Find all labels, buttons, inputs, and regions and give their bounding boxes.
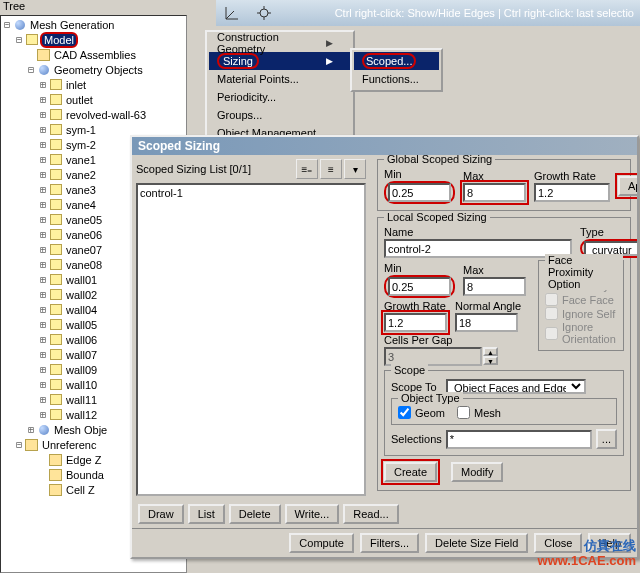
list-filter-button[interactable]: ▾ [344, 159, 366, 179]
item-icon [49, 108, 62, 121]
menu-groups[interactable]: Groups... [209, 106, 351, 124]
item-icon [49, 93, 62, 106]
item-icon [49, 138, 62, 151]
svg-point-0 [260, 9, 268, 17]
tree-model[interactable]: ⊟ Model [1, 32, 186, 47]
brand-watermark: 仿真在线 www.1CAE.com [538, 538, 636, 569]
scope-to-select[interactable]: Object Faces and Edges [446, 379, 586, 394]
ignore-orientation-checkbox [545, 327, 558, 340]
tree-item[interactable]: ⊞revolved-wall-63 [1, 107, 186, 122]
local-min-input[interactable] [388, 277, 451, 296]
tree-geom[interactable]: ⊟ Geometry Objects [1, 62, 186, 77]
dialog-bottom-buttons: Draw List Delete Write... Read... [132, 500, 637, 528]
read-button[interactable]: Read... [343, 504, 398, 524]
item-icon [49, 213, 62, 226]
tree-model-label: Model [40, 32, 78, 48]
item-icon [49, 78, 62, 91]
local-name-input[interactable] [384, 239, 572, 258]
item-icon [49, 333, 62, 346]
cpg-up-button[interactable]: ▲ [483, 347, 498, 356]
mesh-checkbox[interactable] [457, 406, 470, 419]
item-icon [49, 393, 62, 406]
submenu-arrow-icon: ▶ [326, 38, 333, 48]
toolbar-hint: Ctrl right-click: Show/Hide Edges | Ctrl… [335, 7, 640, 19]
create-button[interactable]: Create [384, 462, 437, 482]
item-icon [49, 258, 62, 271]
item-icon [49, 318, 62, 331]
tree-panel-label: Tree [0, 0, 28, 13]
global-min-input[interactable] [388, 183, 451, 202]
submenu-arrow-icon: ▶ [326, 56, 333, 66]
mesh-icon [37, 423, 50, 436]
model-icon [25, 33, 38, 46]
list-clear-button[interactable]: ≡ [320, 159, 342, 179]
item-icon [49, 228, 62, 241]
sizing-list-label: Scoped Sizing List [0/1] [136, 163, 294, 175]
tree-item[interactable]: ⊞inlet [1, 77, 186, 92]
selections-browse-button[interactable]: ... [596, 429, 617, 449]
modify-button[interactable]: Modify [451, 462, 503, 482]
folder-icon [49, 453, 62, 466]
item-icon [49, 408, 62, 421]
tree-root[interactable]: ⊟ Mesh Generation [1, 17, 186, 32]
folder-icon [49, 483, 62, 496]
item-icon [49, 123, 62, 136]
local-scoped-sizing-group: Local Scoped Sizing Name Type curvature … [377, 217, 631, 491]
item-icon [49, 288, 62, 301]
delete-button[interactable]: Delete [229, 504, 281, 524]
write-button[interactable]: Write... [285, 504, 340, 524]
geom-icon [37, 63, 50, 76]
item-icon [49, 303, 62, 316]
cpg-down-button[interactable]: ▼ [483, 356, 498, 365]
item-icon [49, 273, 62, 286]
axis-icon[interactable] [222, 3, 242, 23]
global-max-input[interactable] [463, 183, 526, 202]
tree-item[interactable]: ⊞outlet [1, 92, 186, 107]
delete-size-field-button[interactable]: Delete Size Field [425, 533, 528, 553]
local-normal-angle-input[interactable] [455, 313, 518, 332]
scope-group: Scope Scope To Object Faces and Edges Ob… [384, 370, 624, 456]
item-icon [49, 183, 62, 196]
scoped-sizing-dialog: Scoped Sizing Scoped Sizing List [0/1] ≡… [130, 135, 639, 559]
item-icon [49, 363, 62, 376]
submenu-functions[interactable]: Functions... [354, 70, 439, 88]
object-type-group: Object Type Geom Mesh [391, 398, 617, 425]
view-icon[interactable] [254, 3, 274, 23]
item-icon [49, 168, 62, 181]
local-max-input[interactable] [463, 277, 526, 296]
item-icon [49, 153, 62, 166]
selections-input[interactable] [446, 430, 592, 449]
list-button[interactable]: List [188, 504, 225, 524]
context-submenu: Scoped... Functions... [350, 48, 443, 92]
local-growth-rate-input[interactable] [384, 313, 447, 332]
draw-button[interactable]: Draw [138, 504, 184, 524]
global-scoped-sizing-group: Global Scoped Sizing Min Max Growth Rate… [377, 159, 631, 211]
list-select-all-button[interactable]: ≡₌ [296, 159, 318, 179]
folder-icon [25, 438, 38, 451]
dialog-titlebar: Scoped Sizing [132, 137, 637, 155]
sizing-list[interactable]: control-1 [136, 183, 366, 496]
ignore-self-checkbox [545, 307, 558, 320]
list-item[interactable]: control-1 [140, 187, 362, 199]
folder-icon [49, 468, 62, 481]
item-icon [49, 198, 62, 211]
item-icon [49, 378, 62, 391]
global-growth-rate-input[interactable] [534, 183, 610, 202]
item-icon [49, 348, 62, 361]
menu-periodicity[interactable]: Periodicity... [209, 88, 351, 106]
menu-material-points[interactable]: Material Points... [209, 70, 351, 88]
top-toolbar: Ctrl right-click: Show/Hide Edges | Ctrl… [216, 0, 640, 26]
compute-button[interactable]: Compute [289, 533, 354, 553]
face-face-checkbox [545, 293, 558, 306]
apply-button[interactable]: Apply [618, 176, 637, 196]
submenu-scoped[interactable]: Scoped... [354, 52, 439, 70]
geom-checkbox[interactable] [398, 406, 411, 419]
dialog-title: Scoped Sizing [138, 139, 220, 153]
face-proximity-group: Face Proximity Option Face Boundary Face… [538, 260, 624, 351]
tree-cad[interactable]: CAD Assemblies [1, 47, 186, 62]
item-icon [49, 243, 62, 256]
globe-icon [13, 18, 26, 31]
filters-button[interactable]: Filters... [360, 533, 419, 553]
menu-construction-geometry[interactable]: Construction Geometry▶ [209, 34, 351, 52]
folder-icon [37, 48, 50, 61]
